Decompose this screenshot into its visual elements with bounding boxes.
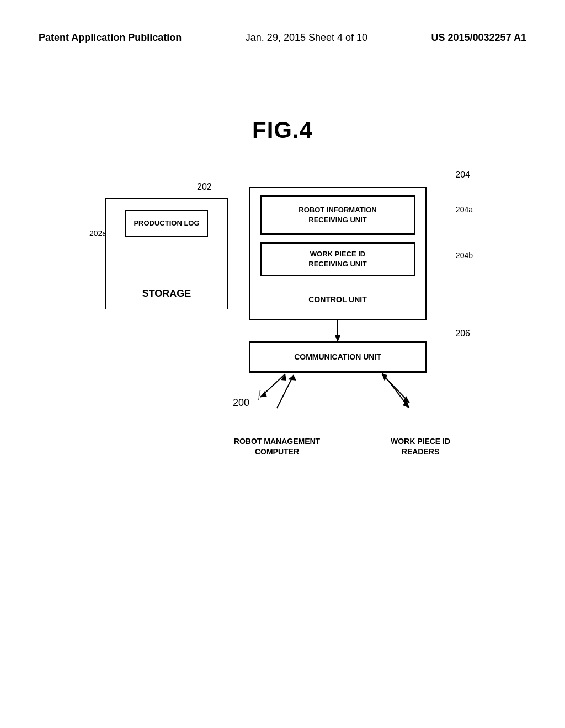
ref-200: 200	[233, 397, 249, 409]
box-robot-info-receiving-unit: ROBOT INFORMATION RECEIVING UNIT	[260, 196, 415, 234]
ref-204a: 204a	[456, 205, 473, 214]
svg-marker-14	[281, 374, 286, 381]
figure-title: FIG.4	[0, 117, 565, 143]
label-work-piece-id-readers: WORK PIECE ID READERS	[376, 436, 465, 458]
svg-marker-9	[288, 375, 296, 381]
header-right-text: US 2015/0032257 A1	[431, 30, 526, 45]
header: Patent Application Publication Jan. 29, …	[0, 0, 565, 45]
svg-marker-11	[403, 400, 409, 408]
svg-line-10	[382, 372, 409, 408]
diagram: 202 202a 204 204a 204b 206 STORAGE PRODU…	[89, 165, 476, 474]
label-robot-management-computer: ROBOT MANAGEMENT COMPUTER	[233, 436, 321, 458]
svg-marker-6	[335, 335, 340, 342]
ref-204: 204	[455, 170, 470, 180]
header-left-text: Patent Application Publication	[39, 30, 182, 45]
arrow-200-indicator: ⟋	[248, 383, 270, 405]
box-communication-unit: COMMUNICATION UNIT	[249, 342, 426, 372]
svg-line-15	[382, 374, 409, 403]
box-work-piece-id-receiving-unit: WORK PIECE ID RECEIVING UNIT	[260, 243, 415, 276]
ref-206: 206	[455, 329, 470, 339]
control-unit-label: CONTROL UNIT	[260, 284, 415, 314]
svg-marker-17	[382, 374, 387, 381]
page: Patent Application Publication Jan. 29, …	[0, 0, 565, 728]
ref-202: 202	[197, 182, 212, 192]
header-center-text: Jan. 29, 2015 Sheet 4 of 10	[246, 30, 367, 45]
box-production-log: PRODUCTION LOG	[125, 210, 208, 237]
svg-marker-16	[403, 396, 409, 403]
ref-202a: 202a	[89, 229, 106, 238]
svg-line-8	[277, 375, 294, 408]
ref-204b: 204b	[456, 251, 473, 260]
